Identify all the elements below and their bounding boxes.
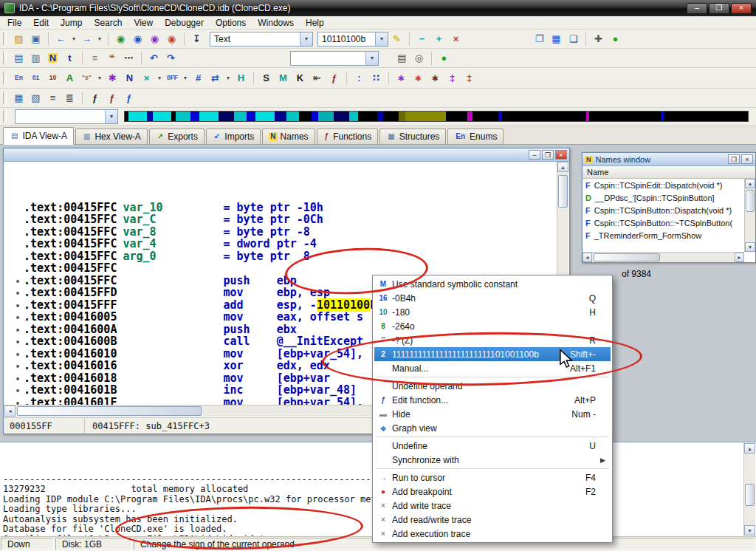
undo-icon[interactable]: ↶: [145, 50, 162, 66]
context-menu-item[interactable]: 10 -180 H: [374, 305, 611, 319]
scroll-down-icon[interactable]: ▼: [745, 242, 755, 252]
undefine-icon[interactable]: ×: [138, 70, 155, 86]
scroll-up-icon[interactable]: ▲: [557, 162, 568, 172]
tab-ida-view-a[interactable]: ▤ IDA View-A: [3, 127, 74, 145]
flow-chart-icon[interactable]: ▦: [10, 90, 27, 106]
scroll-right-icon[interactable]: ►: [735, 253, 744, 262]
menu-item[interactable]: File: [1, 17, 27, 29]
make-data-icon[interactable]: 10: [44, 70, 61, 86]
chevron-down-icon[interactable]: ▾: [375, 32, 388, 46]
breakpoint-list-icon[interactable]: ▤: [394, 50, 410, 66]
chevron-down-icon[interactable]: ▾: [300, 32, 312, 46]
scrollbar-thumb[interactable]: [745, 484, 755, 506]
tab-structures[interactable]: ▦ Structures: [379, 129, 446, 144]
string-caret-icon[interactable]: ▾: [95, 70, 104, 86]
graph-image-icon[interactable]: ▧: [27, 90, 44, 106]
windows-tile-icon[interactable]: ▦: [548, 31, 565, 47]
debugger-combo[interactable]: ▾: [290, 51, 379, 66]
scrollbar-thumb[interactable]: [17, 406, 202, 416]
names-window-titlebar[interactable]: N Names window ❐ ×: [583, 153, 755, 166]
chevron-down-icon[interactable]: ▾: [105, 110, 117, 123]
output-line[interactable]: Database for file 'CloneCD.exe' is loade…: [3, 524, 740, 535]
scroll-up-icon[interactable]: ▲: [744, 443, 755, 454]
manual-operand-icon[interactable]: M: [275, 70, 292, 86]
close-icon[interactable]: ×: [555, 150, 567, 160]
menu-item[interactable]: Options: [210, 17, 252, 29]
context-menu-item[interactable]: × Add execution trace: [374, 527, 611, 541]
toolbar-gripper[interactable]: [3, 110, 7, 123]
jump-address-icon[interactable]: ↧: [188, 31, 205, 47]
tab-functions[interactable]: ƒ Functions: [317, 129, 379, 144]
enums-tool-icon[interactable]: En: [10, 70, 27, 86]
names-list-item[interactable]: F _TReminderForm_FormShow: [583, 229, 744, 242]
output-line[interactable]: Loading type libraries...: [3, 504, 740, 515]
list2-icon[interactable]: ≣: [61, 90, 78, 106]
xref-icon[interactable]: ⇄: [207, 70, 224, 86]
output-line[interactable]: ----------------------------------------…: [3, 475, 740, 485]
cross-purple-icon[interactable]: ‡: [444, 70, 461, 86]
search-binary-icon[interactable]: ◉: [146, 31, 163, 47]
output-line[interactable]: Autoanalysis subsystem has been initiali…: [3, 515, 740, 525]
list1-icon[interactable]: ≡: [44, 90, 61, 106]
windows-overlap-icon[interactable]: ❐: [531, 31, 548, 47]
horizontal-scrollbar[interactable]: ◄ ►: [583, 252, 744, 262]
scrollbar-thumb[interactable]: [594, 253, 660, 261]
disasm-line[interactable]: .text:00415FFCvar_C= byte ptr -0Ch: [12, 213, 557, 226]
delete-function-icon[interactable]: ƒ: [120, 90, 137, 106]
array-icon[interactable]: ⋯: [120, 50, 137, 66]
colon-icon[interactable]: :: [351, 70, 368, 86]
const-icon[interactable]: K: [292, 70, 309, 86]
names-list-item[interactable]: F Cspin::TCSpinEdit::Dispatch(void *): [583, 179, 744, 191]
redo-icon[interactable]: ↷: [162, 50, 179, 66]
disasm-line[interactable]: .text:00415FFCvar_4= dword ptr -4: [12, 238, 557, 250]
names-list-item[interactable]: F Cspin::TCSpinButton::Dispatch(void *): [583, 204, 744, 216]
operand-value-combo[interactable]: 10110100b ▾: [317, 32, 388, 47]
toolbar-gripper[interactable]: [3, 32, 7, 45]
calculator-icon[interactable]: ✚: [590, 31, 607, 47]
output-line[interactable]: 13279232 total memory allocated: [3, 485, 740, 495]
context-menu-item[interactable]: ƒ Edit function... Alt+P: [374, 393, 611, 407]
windows-cascade-icon[interactable]: ❏: [565, 31, 582, 47]
number-icon[interactable]: #: [190, 70, 207, 86]
add-search-icon[interactable]: +: [430, 31, 447, 47]
function-edit-icon[interactable]: ƒ: [326, 70, 343, 86]
debug-start-icon[interactable]: ●: [436, 50, 453, 66]
maximize-button[interactable]: ❐: [728, 154, 740, 164]
ida-view-titlebar[interactable]: – ❐ ×: [4, 148, 569, 162]
nav-forward-icon[interactable]: →: [78, 31, 95, 47]
scroll-left-icon[interactable]: ◄: [583, 253, 592, 262]
context-menu-item[interactable]: ▬ Hide Num -: [374, 407, 611, 421]
search-next-icon[interactable]: ◉: [129, 31, 146, 47]
disasm-line[interactable]: .text:00415FFC: [12, 262, 557, 275]
create-function-icon[interactable]: ƒ: [86, 90, 103, 106]
xref-caret-icon[interactable]: ▾: [224, 70, 233, 86]
context-menu-item[interactable]: × Add read/write trace: [374, 513, 611, 527]
menu-item[interactable]: Jump: [55, 17, 88, 29]
edit-function2-icon[interactable]: ƒ: [103, 90, 120, 106]
highlight-icon[interactable]: ✎: [388, 31, 405, 47]
scrollbar-thumb[interactable]: [746, 190, 755, 212]
align-icon[interactable]: ⇤: [309, 70, 326, 86]
chevron-down-icon[interactable]: ▾: [365, 52, 378, 65]
vertical-scrollbar[interactable]: ▲ ▼: [744, 179, 755, 252]
minimize-button[interactable]: –: [687, 3, 707, 14]
toolbar-gripper[interactable]: [3, 92, 7, 104]
context-menu-item[interactable]: → Run to cursor F4: [374, 470, 611, 485]
tab-enums[interactable]: En Enums: [447, 129, 504, 144]
variable-icon[interactable]: ✱: [104, 70, 121, 86]
tab-hex-view-a[interactable]: ▥ Hex View-A: [75, 129, 148, 144]
nav-forward-caret-icon[interactable]: ▾: [95, 31, 104, 47]
rename-icon[interactable]: N: [121, 70, 138, 86]
segment-icon[interactable]: S: [258, 70, 275, 86]
cross-red-icon[interactable]: ‡: [461, 70, 478, 86]
tab-names[interactable]: N Names: [262, 129, 315, 144]
nav-combo[interactable]: ▾: [15, 109, 118, 124]
save-file-icon[interactable]: ▣: [27, 31, 44, 47]
context-menu-item[interactable]: 16 -0B4h Q: [374, 291, 611, 305]
navigation-band[interactable]: [124, 111, 749, 122]
context-menu-item[interactable]: Synchronize with ▶: [374, 453, 611, 467]
toolbar-gripper[interactable]: [3, 72, 7, 84]
struct-star-red-icon[interactable]: ∗: [410, 70, 427, 86]
disasm-line[interactable]: .text:00415FFCarg_0= byte ptr 8: [12, 250, 557, 263]
string-literal-icon[interactable]: "s": [78, 70, 95, 86]
